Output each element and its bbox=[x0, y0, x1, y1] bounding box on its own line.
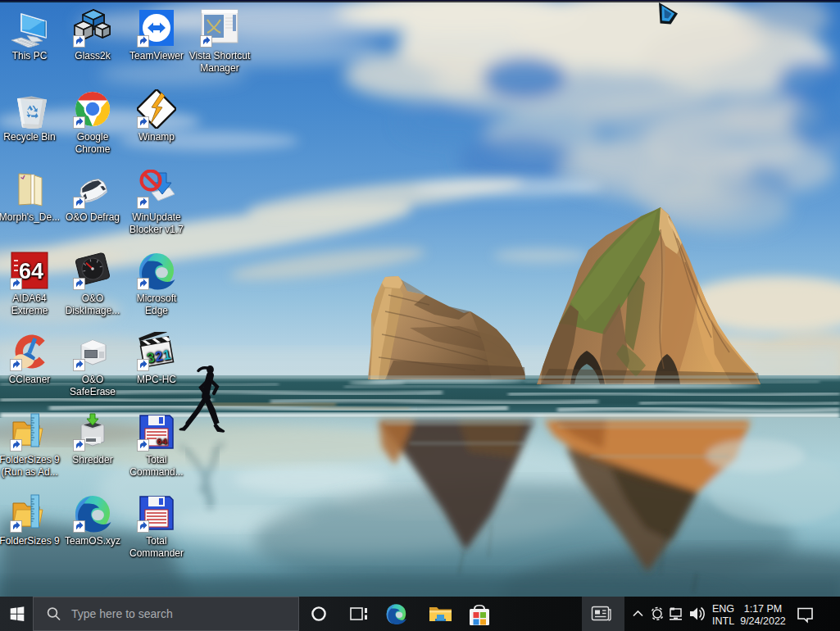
svg-text:9/24/2022: 9/24/2022 bbox=[740, 615, 786, 627]
svg-text:64: 64 bbox=[157, 437, 168, 447]
svg-text:64: 64 bbox=[19, 259, 43, 284]
svg-text:1:17 PM: 1:17 PM bbox=[744, 603, 783, 615]
svg-text:Type here to search: Type here to search bbox=[71, 607, 173, 620]
svg-text:ENG: ENG bbox=[712, 603, 734, 615]
svg-text:INTL: INTL bbox=[712, 615, 734, 627]
